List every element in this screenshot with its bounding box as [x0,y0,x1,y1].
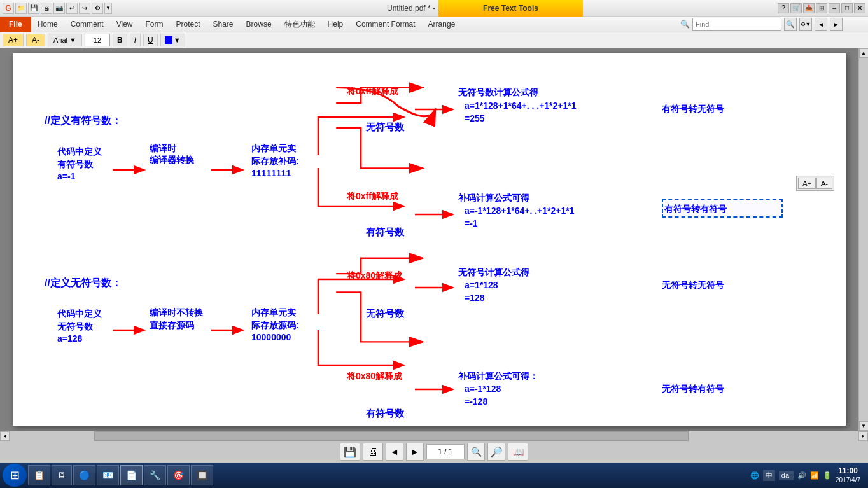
section2-interpret-unsigned-label: 将0x80解释成 [347,270,402,282]
zoom-in-button[interactable]: 🔎 [487,443,505,461]
section1-unsigned-label: 无符号数 [366,120,404,134]
settings-icon[interactable]: ⚙ [92,3,103,14]
search-button[interactable]: 🔍 [784,18,797,31]
maximize-button[interactable]: □ [841,3,853,13]
share-menu[interactable]: Share [207,17,240,32]
comment-format-toolbar: A+ A- Arial ▼ 12 B I U ▼ [0,32,868,48]
section2-unsigned-formula-title: 无符号计算公式得 [458,267,529,279]
redo-icon[interactable]: ↪ [79,3,90,14]
font-size-input[interactable]: 12 [85,34,110,46]
vertical-scrollbar[interactable]: ▲ ▼ [858,48,868,431]
section1-mem-unit: 内存单元实际存放补码:11111111 [251,143,299,180]
scroll-thumb-h[interactable] [94,431,689,441]
next-page-button[interactable]: ► [406,443,424,461]
zoom-out-button[interactable]: 🔍 [467,443,485,461]
search-settings[interactable]: ⚙▼ [799,18,812,31]
section2-unsigned-label: 无符号数 [366,307,404,320]
open-icon[interactable]: 📁 [15,3,27,14]
italic-button[interactable]: I [130,34,141,46]
undo-icon[interactable]: ↩ [66,3,78,14]
taskbar-app-5[interactable]: 📄 [120,465,143,485]
home-menu[interactable]: Home [31,17,64,32]
selected-text-box[interactable]: 有符号转有符号 [662,199,783,218]
volume-icon[interactable]: 🔊 [797,471,806,480]
pdf-page: //定义有符号数： 代码中定义有符号数a=-1 编译时 编译器转换 [13,53,846,426]
taskbar-app-4[interactable]: 📧 [97,465,119,485]
foxit-icon: G [3,3,14,14]
next-result[interactable]: ► [830,18,843,31]
horizontal-scrollbar[interactable]: ◄ ► [0,431,868,440]
window-controls: ? 🛒 📤 ⊞ – □ ✕ [778,3,865,13]
font-size-decrease[interactable]: A- [26,34,45,46]
scroll-up-button[interactable]: ▲ [859,48,869,58]
dropdown-icon[interactable]: ▼ [104,3,112,14]
taskbar-app-1[interactable]: 📋 [28,465,50,485]
bold-button[interactable]: B [113,34,127,46]
section1-unsigned-formula-title: 无符号数计算公式得 [458,87,538,99]
battery-icon: 🔋 [823,471,832,480]
page-input[interactable] [426,444,465,459]
taskbar-app-3[interactable]: 🔵 [73,465,95,485]
section1-title: //定义有符号数： [45,114,122,128]
section2-mem-unit: 内存单元实际存放源码:10000000 [251,307,299,344]
form-menu[interactable]: Form [139,17,170,32]
browse-menu[interactable]: Browse [240,17,278,32]
section1-interpret-unsigned-label: 将0xff解释成 [347,85,398,98]
cart-icon[interactable]: 🛒 [790,3,802,13]
color-picker[interactable]: ▼ [160,34,185,46]
menu-bar: File Home Comment View Form Protect Shar… [0,17,868,32]
search-input[interactable] [692,18,781,31]
time-display: 11:00 [836,466,860,477]
scroll-right-button[interactable]: ► [858,431,868,441]
special-menu[interactable]: 特色功能 [278,17,321,32]
font-increase-overlay[interactable]: A+ [798,178,816,189]
font-name-dropdown[interactable]: Arial ▼ [48,34,82,46]
start-button[interactable]: ⊞ [3,464,27,487]
taskbar-app-6[interactable]: 🔧 [144,465,166,485]
system-tray: 🌐 中 da. 🔊 📶 🔋 11:00 2017/4/7 [750,466,865,485]
print-icon[interactable]: 🖨 [41,3,52,14]
network-status: 🌐 [750,471,759,480]
scroll-down-button[interactable]: ▼ [859,421,869,431]
pdf-viewer[interactable]: //定义有符号数： 代码中定义有符号数a=-1 编译时 编译器转换 [0,48,868,431]
section1-signed-to-unsigned: 有符号转无符号 [662,103,724,116]
date-display: 2017/4/7 [836,476,860,484]
comment-menu[interactable]: Comment [64,17,110,32]
taskbar-app-2[interactable]: 🖥 [52,465,72,485]
taskbar-app-7[interactable]: 🎯 [167,465,190,485]
help-menu[interactable]: Help [321,17,350,32]
view-menu[interactable]: View [110,17,139,32]
scroll-track-h[interactable] [10,431,858,441]
print-nav-button[interactable]: 🖨 [363,443,383,461]
section1-interpret-signed-label: 将0xff解释成 [347,190,398,203]
section2-unsigned-to-unsigned: 无符号转无符号 [662,279,724,292]
free-text-tools-tab[interactable]: Free Text Tools [438,0,583,17]
book-view-button[interactable]: 📖 [508,443,528,461]
network-bars: 📶 [810,471,819,480]
prev-page-button[interactable]: ◄ [386,443,403,461]
taskbar-app-8[interactable]: 🔲 [191,465,213,485]
comment-format-menu[interactable]: Comment Format [349,17,421,32]
snapshot-icon[interactable]: 📷 [53,3,65,14]
minimize-button[interactable]: – [829,3,840,13]
share-icon[interactable]: 📤 [803,3,815,13]
protect-menu[interactable]: Protect [170,17,207,32]
section2-code-def: 代码中定义无符号数a=128 [57,308,102,345]
section2-unsigned-formula: a=1*128=128 [465,279,498,304]
scroll-left-button[interactable]: ◄ [0,431,10,441]
save-icon[interactable]: 💾 [28,3,39,14]
close-button[interactable]: ✕ [854,3,865,13]
section2-signed-formula-title: 补码计算公式可得： [458,370,538,383]
prev-result[interactable]: ◄ [815,18,827,31]
underline-button[interactable]: U [143,34,158,46]
arrange-menu[interactable]: Arrange [422,17,462,32]
save-nav-button[interactable]: 💾 [340,443,360,461]
scroll-track[interactable] [859,58,869,421]
font-size-increase[interactable]: A+ [3,34,24,46]
grid-icon[interactable]: ⊞ [816,3,827,13]
font-decrease-overlay[interactable]: A- [816,178,832,189]
file-menu[interactable]: File [0,17,31,32]
arrow-right-2 [414,208,458,223]
arrow-s2-right-1 [414,281,458,296]
help-icon[interactable]: ? [778,3,789,13]
